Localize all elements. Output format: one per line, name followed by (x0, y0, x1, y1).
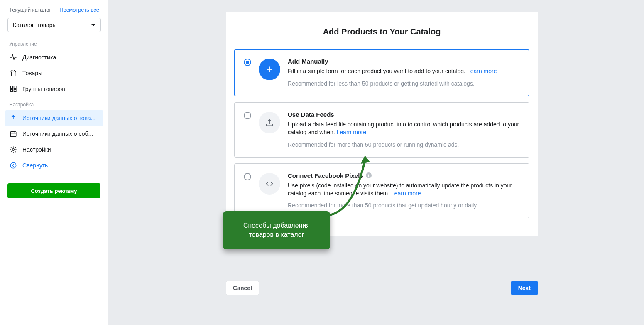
sidebar-item-label: Настройки (22, 146, 99, 153)
footer-row: Cancel Next (226, 281, 538, 295)
sidebar-item-label: Источники данных о това... (22, 115, 99, 121)
svg-rect-2 (10, 90, 12, 92)
sidebar-item-label: Группы товаров (22, 86, 99, 92)
svg-point-9 (10, 162, 16, 168)
cancel-button[interactable]: Cancel (226, 281, 259, 295)
learn-more-link[interactable]: Learn more (467, 68, 497, 74)
code-icon (259, 173, 280, 195)
sidebar-item-label: Диагностика (22, 54, 99, 61)
option-title-text: Use Data Feeds (288, 111, 334, 118)
option-description: Upload a data feed file containing produ… (288, 121, 520, 136)
sidebar-item-label: Источники данных о соб... (22, 130, 99, 137)
calendar-icon (9, 130, 17, 138)
current-catalog-label: Текущий каталог (9, 7, 51, 13)
upload-tray-icon (259, 112, 280, 133)
catalog-dropdown-value: Каталог_товары (13, 22, 57, 28)
gear-icon (9, 145, 17, 154)
chevron-down-icon (91, 24, 95, 26)
grid-icon (9, 85, 17, 93)
sidebar-header-row: Текущий каталог Посмотреть все (5, 4, 103, 15)
panel-title: Add Products to Your Catalog (234, 27, 529, 37)
svg-rect-0 (10, 86, 12, 88)
sidebar-item-data-sources-events[interactable]: Источники данных о соб... (5, 126, 103, 142)
learn-more-link[interactable]: Learn more (337, 129, 367, 135)
option-body: Connect Facebook Pixels i Use pixels (co… (288, 172, 520, 209)
svg-rect-1 (14, 86, 16, 88)
shirt-icon (9, 69, 17, 77)
sidebar-item-products[interactable]: Товары (5, 65, 103, 81)
sidebar-item-diagnostics[interactable]: Диагностика (5, 49, 103, 65)
add-products-panel: Add Products to Your Catalog Add Manuall… (226, 12, 538, 236)
option-recommendation: Recommended for more than 50 products or… (288, 141, 520, 148)
sidebar-item-product-groups[interactable]: Группы товаров (5, 81, 103, 97)
option-recommendation: Recommended for more than 50 products th… (288, 202, 520, 209)
annotation-callout: Способы добавления товаров в каталог (223, 211, 330, 249)
svg-rect-4 (10, 132, 16, 137)
section-label-manage: Управление (5, 36, 103, 49)
info-icon[interactable]: i (366, 172, 372, 178)
svg-point-8 (12, 149, 15, 151)
option-description: Fill in a simple form for each product y… (288, 67, 520, 75)
option-description: Use pixels (code installed on your websi… (288, 182, 520, 197)
option-add-manually[interactable]: Add Manually Fill in a simple form for e… (234, 49, 529, 96)
option-body: Add Manually Fill in a simple form for e… (288, 58, 520, 87)
radio-add-manually[interactable] (244, 59, 251, 66)
upload-icon (9, 114, 17, 122)
option-title: Connect Facebook Pixels i (288, 172, 520, 179)
option-title-text: Connect Facebook Pixels (288, 172, 363, 179)
next-button[interactable]: Next (511, 281, 538, 295)
plus-circle-icon (259, 59, 280, 80)
option-use-data-feeds[interactable]: Use Data Feeds Upload a data feed file c… (234, 102, 529, 158)
learn-more-link[interactable]: Learn more (391, 190, 421, 197)
radio-connect-pixels[interactable] (244, 173, 251, 180)
option-body: Use Data Feeds Upload a data feed file c… (288, 111, 520, 148)
option-connect-pixels[interactable]: Connect Facebook Pixels i Use pixels (co… (234, 163, 529, 219)
radio-use-data-feeds[interactable] (244, 112, 251, 119)
create-ad-button[interactable]: Создать рекламу (7, 183, 100, 198)
sidebar-item-label: Свернуть (22, 162, 99, 169)
chevron-left-circle-icon (9, 161, 17, 170)
option-recommendation: Recommended for less than 50 products or… (288, 80, 520, 87)
option-title: Add Manually (288, 58, 520, 65)
sidebar-item-data-sources-products[interactable]: Источники данных о това... (5, 110, 103, 126)
sidebar: Текущий каталог Посмотреть все Каталог_т… (0, 0, 108, 325)
sidebar-item-collapse[interactable]: Свернуть (5, 158, 103, 173)
option-desc-text: Fill in a simple form for each product y… (288, 68, 467, 74)
view-all-link[interactable]: Посмотреть все (59, 7, 99, 13)
sidebar-item-settings[interactable]: Настройки (5, 142, 103, 158)
main-area: Add Products to Your Catalog Add Manuall… (108, 0, 644, 325)
svg-rect-3 (14, 90, 16, 92)
option-title: Use Data Feeds (288, 111, 520, 118)
sidebar-item-label: Товары (22, 70, 99, 76)
section-label-setup: Настройка (5, 97, 103, 110)
option-title-text: Add Manually (288, 58, 328, 65)
option-desc-text: Upload a data feed file containing produ… (288, 121, 519, 135)
activity-icon (9, 53, 17, 62)
catalog-dropdown[interactable]: Каталог_товары (7, 18, 101, 32)
